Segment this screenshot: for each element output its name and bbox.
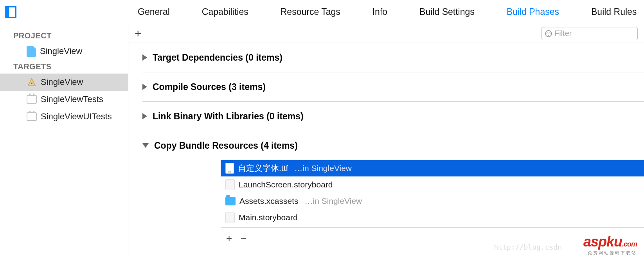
watermark-url: http://blog.csdn — [494, 243, 562, 251]
test-target-icon — [27, 112, 37, 121]
phase-header[interactable]: Compile Sources (3 items) — [142, 72, 644, 101]
build-phases: Target Dependencies (0 items)Compile Sou… — [128, 43, 644, 252]
tab-build-rules[interactable]: Build Rules — [591, 7, 637, 17]
phase-header[interactable]: Target Dependencies (0 items) — [142, 43, 644, 72]
add-resource-button[interactable]: + — [226, 232, 232, 245]
main: PROJECT SingleView TARGETS SingleViewSin… — [0, 24, 644, 259]
ttf-file-icon — [225, 163, 234, 174]
disclosure-triangle-icon[interactable] — [142, 54, 147, 61]
tab-build-settings[interactable]: Build Settings — [419, 7, 475, 17]
filter-field[interactable]: Filter — [541, 27, 638, 40]
tab-resource-tags[interactable]: Resource Tags — [281, 7, 340, 17]
resource-location: …in SingleView — [294, 164, 352, 173]
phase-body: 自定义字体.ttf…in SingleViewLaunchScreen.stor… — [142, 160, 644, 252]
phase-title: Copy Bundle Resources (4 items) — [154, 140, 298, 151]
resource-row[interactable]: LaunchScreen.storyboard — [221, 176, 644, 193]
phase-title: Link Binary With Libraries (0 items) — [153, 111, 304, 122]
build-phase: Target Dependencies (0 items) — [142, 43, 644, 72]
target-label: SingleViewUITests — [41, 112, 112, 122]
resource-row[interactable]: 自定义字体.ttf…in SingleView — [221, 160, 644, 176]
tab-info[interactable]: Info — [372, 7, 387, 17]
target-label: SingleViewTests — [41, 94, 103, 104]
storyboard-file-icon — [225, 212, 235, 223]
app-target-icon — [27, 77, 37, 87]
sidebar-target-item[interactable]: SingleView — [0, 74, 128, 91]
resource-name: Assets.xcassets — [239, 196, 299, 206]
watermark-tld: .com — [622, 240, 637, 248]
toolbar: + Filter — [128, 24, 644, 43]
project-label: SingleView — [40, 46, 82, 56]
resource-name: LaunchScreen.storyboard — [239, 180, 333, 189]
project-icon — [27, 46, 36, 57]
resource-row[interactable]: Assets.xcassets…in SingleView — [221, 193, 644, 209]
resource-location: …in SingleView — [305, 196, 362, 206]
phase-header[interactable]: Copy Bundle Resources (4 items) — [142, 131, 644, 160]
watermark-brand: aspku — [583, 234, 622, 250]
test-target-icon — [27, 95, 37, 104]
add-phase-button[interactable]: + — [135, 27, 142, 40]
sidebar-project-item[interactable]: SingleView — [0, 43, 128, 60]
row-buttons: +− — [221, 227, 644, 245]
filter-placeholder: Filter — [554, 29, 572, 38]
storyboard-file-icon — [225, 179, 235, 190]
tab-general[interactable]: General — [138, 7, 170, 17]
sidebar-header-project: PROJECT — [0, 29, 128, 43]
panel-toggle-icon[interactable] — [5, 6, 16, 18]
top-bar: GeneralCapabilitiesResource TagsInfoBuil… — [0, 0, 644, 24]
disclosure-triangle-icon[interactable] — [142, 113, 147, 119]
sidebar-target-item[interactable]: SingleViewTests — [0, 91, 128, 108]
build-phase: Link Binary With Libraries (0 items) — [142, 102, 644, 131]
content: + Filter Target Dependencies (0 items)Co… — [128, 24, 644, 259]
target-label: SingleView — [41, 77, 83, 87]
remove-resource-button[interactable]: − — [241, 232, 246, 245]
resource-list: 自定义字体.ttf…in SingleViewLaunchScreen.stor… — [221, 160, 644, 226]
disclosure-triangle-icon[interactable] — [142, 84, 147, 90]
svg-point-0 — [31, 83, 32, 84]
watermark-sub: 免费网站源码下载站 — [583, 250, 637, 256]
tab-build-phases[interactable]: Build Phases — [507, 7, 559, 17]
sidebar-target-item[interactable]: SingleViewUITests — [0, 108, 128, 125]
sidebar: PROJECT SingleView TARGETS SingleViewSin… — [0, 24, 128, 259]
build-phase: Copy Bundle Resources (4 items)自定义字体.ttf… — [142, 131, 644, 252]
sidebar-header-targets: TARGETS — [0, 60, 128, 74]
assets-folder-icon — [225, 197, 236, 205]
build-phase: Compile Sources (3 items) — [142, 72, 644, 102]
resource-name: 自定义字体.ttf — [238, 163, 288, 174]
tab-capabilities[interactable]: Capabilities — [202, 7, 248, 17]
phase-title: Compile Sources (3 items) — [153, 82, 266, 92]
disclosure-triangle-icon[interactable] — [142, 143, 149, 148]
filter-icon — [545, 30, 552, 37]
phase-title: Target Dependencies (0 items) — [153, 52, 282, 63]
phase-header[interactable]: Link Binary With Libraries (0 items) — [142, 102, 644, 131]
resource-row[interactable]: Main.storyboard — [221, 209, 644, 226]
watermark: aspku.com 免费网站源码下载站 — [583, 234, 637, 256]
resource-name: Main.storyboard — [239, 213, 298, 222]
tab-bar: GeneralCapabilitiesResource TagsInfoBuil… — [16, 7, 644, 17]
